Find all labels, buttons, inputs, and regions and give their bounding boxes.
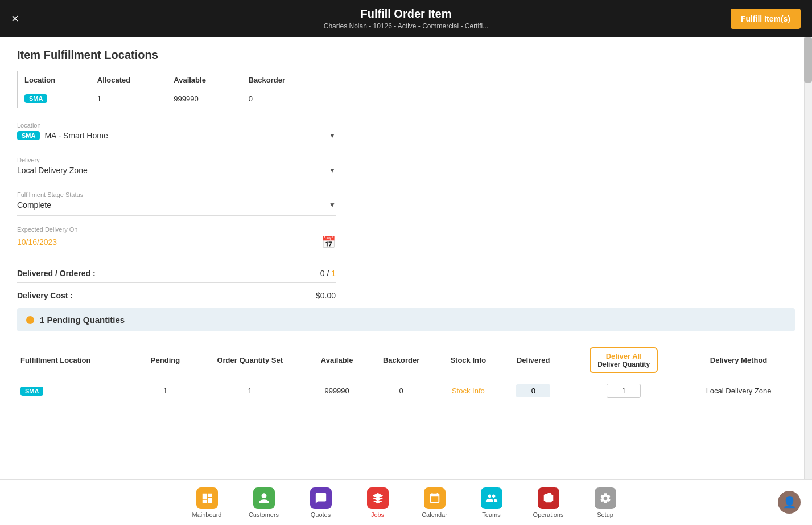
pending-label: 1 Pending Quantities bbox=[40, 315, 125, 325]
row-location: SMA bbox=[17, 378, 137, 404]
fulfillment-data-table: Fulfillment Location Pending Order Quant… bbox=[17, 343, 795, 404]
jobs-icon bbox=[367, 487, 389, 509]
location-label: Location bbox=[17, 122, 336, 129]
nav-item-quotes[interactable]: Quotes bbox=[304, 487, 338, 518]
calendar-icon[interactable]: 📅 bbox=[321, 235, 336, 249]
expected-delivery-label: Expected Delivery On bbox=[17, 226, 336, 233]
th-delivered: Delivered bbox=[501, 343, 565, 378]
deliver-all-top-label: Deliver All bbox=[597, 352, 650, 360]
location-field-value: MA - Smart Home bbox=[44, 131, 108, 140]
row-delivery-method: Local Delivery Zone bbox=[682, 378, 795, 404]
page-subtitle: Charles Nolan - 10126 - Active - Commerc… bbox=[324, 22, 488, 30]
delivery-cost-label: Delivery Cost : bbox=[17, 291, 73, 300]
th-stock-info: Stock Info bbox=[435, 343, 502, 378]
pending-section: 1 Pending Quantities bbox=[17, 308, 795, 331]
fulfill-items-button[interactable]: Fulfill Item(s) bbox=[731, 9, 801, 29]
delivered-ordered-value: 0 / 1 bbox=[320, 269, 336, 278]
col-available: Available bbox=[167, 71, 241, 89]
expected-delivery-field: Expected Delivery On 10/16/2023 📅 bbox=[17, 226, 336, 255]
fulfillment-stage-value: Complete bbox=[17, 200, 51, 210]
setup-label: Setup bbox=[597, 511, 613, 518]
nav-item-teams[interactable]: Teams bbox=[475, 487, 509, 518]
page-title: Fulfill Order Item bbox=[324, 7, 488, 20]
backorder-value: 0 bbox=[242, 89, 324, 108]
fulfillment-dropdown-arrow[interactable]: ▼ bbox=[329, 201, 336, 209]
table-row: SMA 1 1 999990 0 Stock Info 1 Local Deli… bbox=[17, 378, 795, 404]
nav-item-customers[interactable]: Customers bbox=[247, 487, 281, 518]
delivered-qty-input bbox=[516, 384, 550, 397]
row-order-quantity-set: 1 bbox=[193, 378, 307, 404]
user-avatar[interactable]: 👤 bbox=[778, 491, 801, 514]
th-order-quantity-set: Order Quantity Set bbox=[193, 343, 307, 378]
table-row: SMA 1 999990 0 bbox=[18, 89, 324, 108]
nav-item-operations[interactable]: Operations bbox=[531, 487, 566, 518]
operations-label: Operations bbox=[533, 511, 564, 518]
pending-dot bbox=[26, 316, 34, 324]
deliver-quantity-input[interactable]: 1 bbox=[607, 384, 641, 398]
jobs-label: Jobs bbox=[371, 511, 384, 518]
delivery-value: Local Delivery Zone bbox=[17, 166, 88, 175]
close-button[interactable]: × bbox=[11, 11, 19, 26]
allocated-value: 1 bbox=[90, 89, 167, 108]
teams-label: Teams bbox=[482, 511, 500, 518]
delivered-ordered-label: Delivered / Ordered : bbox=[17, 269, 96, 278]
delivery-field[interactable]: Delivery Local Delivery Zone ▼ bbox=[17, 157, 336, 181]
quotes-label: Quotes bbox=[311, 511, 331, 518]
row-available: 999990 bbox=[307, 378, 368, 404]
expected-delivery-value: 10/16/2023 bbox=[17, 237, 57, 247]
header: × Fulfill Order Item Charles Nolan - 101… bbox=[0, 0, 812, 37]
col-location: Location bbox=[18, 71, 90, 89]
calendar-label: Calendar bbox=[422, 511, 447, 518]
col-backorder: Backorder bbox=[242, 71, 324, 89]
locations-table: Location Allocated Available Backorder S… bbox=[17, 71, 324, 108]
section-title: Item Fulfillment Locations bbox=[17, 48, 795, 61]
col-allocated: Allocated bbox=[90, 71, 167, 89]
calendar-nav-icon bbox=[424, 487, 446, 509]
row-stock-info[interactable]: Stock Info bbox=[435, 378, 502, 404]
fulfillment-stage-field[interactable]: Fulfillment Stage Status Complete ▼ bbox=[17, 191, 336, 216]
quotes-icon bbox=[310, 487, 332, 509]
th-fulfillment-location: Fulfillment Location bbox=[17, 343, 137, 378]
row-deliver-quantity[interactable]: 1 bbox=[565, 378, 682, 404]
nav-item-jobs[interactable]: Jobs bbox=[361, 487, 395, 518]
deliver-all-button[interactable]: Deliver All Deliver Quantity bbox=[590, 347, 658, 373]
th-available: Available bbox=[307, 343, 368, 378]
th-delivery-method: Delivery Method bbox=[682, 343, 795, 378]
row-delivered bbox=[501, 378, 565, 404]
setup-icon bbox=[595, 487, 616, 509]
nav-item-mainboard[interactable]: Mainboard bbox=[190, 487, 224, 518]
mainboard-icon bbox=[196, 487, 218, 509]
row-pending: 1 bbox=[137, 378, 193, 404]
delivery-dropdown-arrow[interactable]: ▼ bbox=[329, 166, 336, 174]
th-pending: Pending bbox=[137, 343, 193, 378]
fulfillment-stage-label: Fulfillment Stage Status bbox=[17, 191, 336, 198]
th-deliver-all[interactable]: Deliver All Deliver Quantity bbox=[565, 343, 682, 378]
main-content: Item Fulfillment Locations Location Allo… bbox=[0, 37, 812, 479]
nav-item-calendar[interactable]: Calendar bbox=[418, 487, 452, 518]
nav-item-setup[interactable]: Setup bbox=[588, 487, 623, 518]
location-dropdown-arrow[interactable]: ▼ bbox=[329, 132, 336, 140]
delivered-ordered-row: Delivered / Ordered : 0 / 1 Delivery Cos… bbox=[17, 265, 336, 303]
customers-label: Customers bbox=[249, 511, 279, 518]
delivery-label: Delivery bbox=[17, 157, 336, 163]
header-title: Fulfill Order Item Charles Nolan - 10126… bbox=[324, 7, 488, 30]
location-field[interactable]: Location SMA MA - Smart Home ▼ bbox=[17, 122, 336, 146]
row-backorder: 0 bbox=[368, 378, 435, 404]
teams-icon bbox=[481, 487, 502, 509]
operations-icon bbox=[538, 487, 559, 509]
customers-icon bbox=[253, 487, 275, 509]
mainboard-label: Mainboard bbox=[192, 511, 222, 518]
th-backorder: Backorder bbox=[368, 343, 435, 378]
bottom-nav: Mainboard Customers Quotes Jobs Calendar… bbox=[0, 479, 812, 525]
location-badge: SMA bbox=[24, 94, 47, 103]
delivery-cost-value: $0.00 bbox=[316, 291, 336, 300]
deliver-all-bottom-label: Deliver Quantity bbox=[597, 360, 650, 368]
available-value: 999990 bbox=[167, 89, 241, 108]
location-field-badge: SMA bbox=[17, 131, 40, 140]
